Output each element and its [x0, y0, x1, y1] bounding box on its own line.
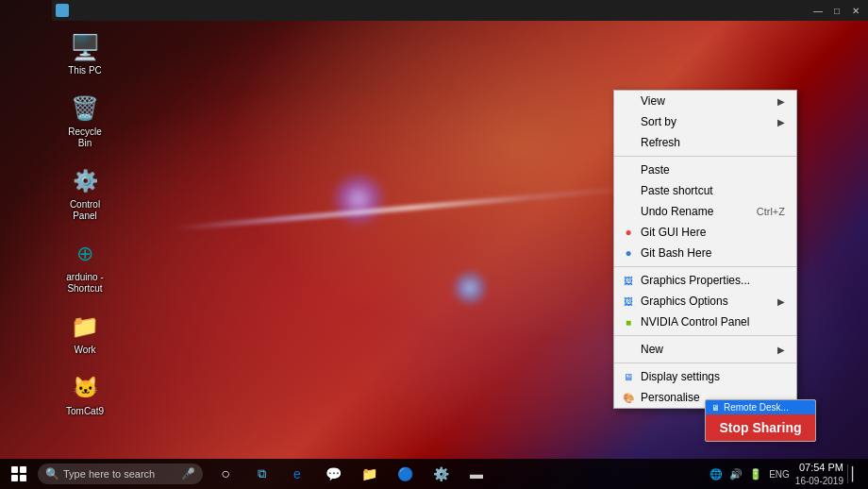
ctx-paste-shortcut[interactable]: Paste shortcut — [614, 180, 796, 201]
search-icon: 🔍 — [45, 467, 59, 481]
ctx-undo-icon — [622, 205, 635, 218]
maximize-button[interactable]: □ — [828, 3, 845, 18]
ctx-view-label: View — [641, 94, 665, 108]
desktop-icon-control-panel[interactable]: ⚙️ Control Panel — [57, 162, 113, 226]
taskbar-app-task-view[interactable]: ⧉ — [244, 459, 278, 489]
taskbar-app-search[interactable]: ○ — [209, 459, 242, 489]
desktop-icon-recycle-bin[interactable]: 🗑️ Recycle Bin — [57, 90, 113, 153]
taskbar-app-settings[interactable]: ⚙️ — [424, 459, 458, 489]
desktop-icon-work[interactable]: 📁 Work — [57, 308, 113, 360]
ctx-undo-shortcut: Ctrl+Z — [757, 206, 785, 217]
search-placeholder: Type here to search — [63, 468, 155, 480]
close-button[interactable]: ✕ — [847, 3, 864, 18]
desktop-icon-arduino[interactable]: ⊕ arduino - Shortcut — [57, 235, 113, 298]
arduino-icon: ⊕ — [70, 239, 100, 269]
ctx-paste[interactable]: Paste — [614, 160, 796, 180]
tray-battery-icon[interactable]: 🔋 — [747, 466, 764, 482]
ctx-git-bash[interactable]: ● Git Bash Here — [614, 243, 796, 263]
glow-hand-effect — [330, 171, 387, 228]
window-title-bar: — □ ✕ — [52, 0, 868, 21]
ctx-sort-by[interactable]: Sort by ▶ — [614, 111, 796, 132]
stop-sharing-title-text: Remote Desk... — [724, 402, 789, 413]
ctx-gfx-props-icon: 🖼 — [622, 274, 635, 287]
edge-icon: e — [293, 466, 301, 481]
tray-clock[interactable]: 07:54 PM 16-09-2019 — [795, 461, 843, 486]
ctx-sep-1 — [614, 156, 796, 157]
ctx-nvidia-icon: ■ — [622, 315, 635, 329]
stop-sharing-popup: 🖥 Remote Desk... Stop Sharing — [705, 399, 816, 442]
chrome-icon: 🔵 — [397, 466, 413, 481]
title-bar-left — [56, 4, 73, 17]
control-panel-icon: ⚙️ — [70, 166, 100, 196]
ctx-undo-rename[interactable]: Undo Rename Ctrl+Z — [614, 201, 796, 222]
ctx-sep-4 — [614, 363, 796, 363]
ctx-git-gui-icon: ● — [622, 226, 635, 239]
taskbar-apps: ○ ⧉ e 💬 📁 🔵 ⚙️ ▬ — [209, 459, 493, 489]
taskbar-app-chat[interactable]: 💬 — [316, 459, 350, 489]
windows-logo-icon — [11, 466, 26, 481]
ctx-display-settings[interactable]: 🖥 Display settings — [614, 366, 796, 387]
ctx-refresh[interactable]: Refresh — [614, 132, 796, 153]
ctx-display-icon: 🖥 — [622, 370, 635, 383]
show-desktop-button[interactable]: ▏ — [847, 464, 864, 483]
ctx-git-bash-icon: ● — [622, 246, 635, 260]
tray-volume-icon[interactable]: 🔊 — [727, 466, 744, 482]
ctx-sort-label: Sort by — [641, 115, 676, 128]
ctx-new[interactable]: New ▶ — [614, 339, 796, 360]
this-pc-label: This PC — [68, 65, 102, 76]
stop-sharing-title-bar: 🖥 Remote Desk... — [706, 400, 815, 414]
ctx-gfx-opts-icon: 🖼 — [622, 295, 635, 308]
context-menu: View ▶ Sort by ▶ Refresh Paste — [613, 90, 797, 409]
ctx-refresh-label: Refresh — [641, 136, 680, 149]
taskbar-app-folder[interactable]: 📁 — [352, 459, 386, 489]
media-icon: ▬ — [470, 466, 483, 481]
ctx-nvidia[interactable]: ■ NVIDIA Control Panel — [614, 312, 796, 332]
taskbar-search[interactable]: 🔍 Type here to search 🎤 — [38, 464, 203, 484]
ctx-graphics-options[interactable]: 🖼 Graphics Options ▶ — [614, 291, 796, 312]
taskbar-app-chrome[interactable]: 🔵 — [388, 459, 422, 489]
ctx-git-gui[interactable]: ● Git GUI Here — [614, 222, 796, 243]
ctx-gfx-opts-arrow: ▶ — [777, 296, 785, 307]
ctx-view-arrow: ▶ — [777, 96, 785, 107]
ctx-refresh-icon — [622, 136, 635, 149]
start-button[interactable] — [0, 459, 38, 489]
desktop-icon-this-pc[interactable]: 🖥️ This PC — [57, 28, 113, 80]
work-folder-icon: 📁 — [70, 312, 100, 342]
taskbar-app-media[interactable]: ▬ — [459, 459, 493, 489]
ctx-view[interactable]: View ▶ — [614, 91, 796, 111]
desktop-icon-tomcat[interactable]: 🐱 TomCat9 — [57, 369, 113, 421]
ctx-paste-shortcut-label: Paste shortcut — [641, 184, 713, 197]
tray-time: 07:54 PM — [795, 461, 843, 474]
tray-network-icon[interactable]: 🌐 — [708, 466, 725, 482]
arduino-label: arduino - Shortcut — [60, 272, 109, 295]
window-icon — [56, 4, 69, 17]
ctx-display-label: Display settings — [641, 370, 720, 383]
ctx-new-arrow: ▶ — [777, 345, 785, 355]
recycle-bin-label: Recycle Bin — [60, 126, 109, 149]
this-pc-icon: 🖥️ — [70, 32, 100, 62]
cortana-icon: ○ — [221, 465, 230, 482]
tray-icons: 🌐 🔊 🔋 ENG — [708, 466, 792, 482]
ctx-paste-icon — [622, 163, 635, 177]
desktop-icons: 🖥️ This PC 🗑️ Recycle Bin ⚙️ Control Pan… — [57, 28, 113, 421]
tray-lang-label[interactable]: ENG — [767, 467, 792, 481]
stop-sharing-button[interactable]: Stop Sharing — [706, 414, 815, 441]
chat-icon: 💬 — [326, 466, 342, 481]
ctx-graphics-properties[interactable]: 🖼 Graphics Properties... — [614, 270, 796, 291]
recycle-bin-icon: 🗑️ — [70, 93, 100, 124]
ctx-paste-shortcut-icon — [622, 184, 635, 197]
ctx-new-label: New — [641, 343, 663, 356]
ctx-new-icon — [622, 343, 635, 356]
control-panel-label: Control Panel — [60, 199, 109, 222]
ctx-sort-icon — [622, 115, 635, 128]
ctx-nvidia-label: NVIDIA Control Panel — [641, 315, 749, 329]
system-tray: 🌐 🔊 🔋 ENG 07:54 PM 16-09-2019 ▏ — [708, 459, 868, 489]
taskbar-app-edge[interactable]: e — [280, 459, 314, 489]
microphone-icon: 🎤 — [181, 467, 195, 481]
taskbar: 🔍 Type here to search 🎤 ○ ⧉ e 💬 📁 🔵 — [0, 459, 868, 489]
ctx-personalise-label: Personalise — [641, 391, 700, 404]
settings-icon: ⚙️ — [433, 466, 449, 481]
ctx-git-bash-label: Git Bash Here — [641, 246, 711, 260]
minimize-button[interactable]: — — [810, 3, 826, 18]
ctx-gfx-opts-label: Graphics Options — [641, 295, 728, 308]
